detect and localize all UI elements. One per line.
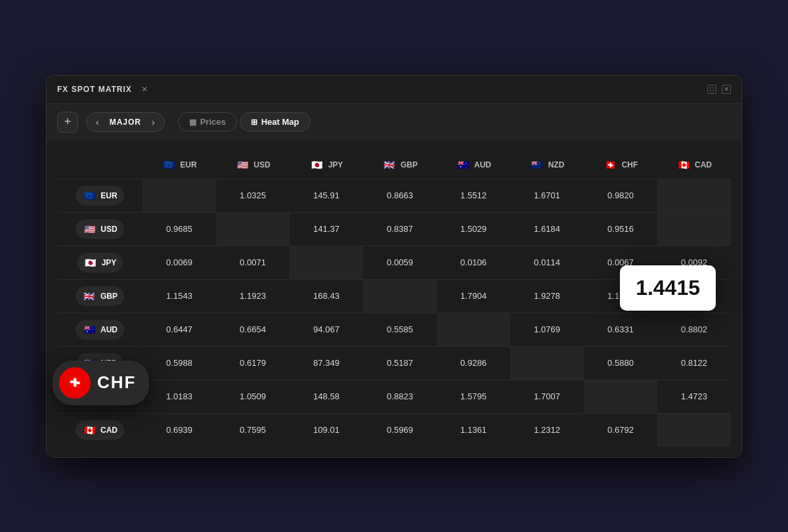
tooltip-popup: 1.4415 (620, 265, 716, 311)
close-button[interactable]: ✕ (722, 85, 731, 94)
cell-gbp-jpy: 168.43 (290, 279, 363, 313)
row-header-gbp: 🇬🇧 GBP (57, 279, 142, 313)
cell-gbp-eur: 1.1543 (142, 279, 216, 313)
cell-nzd-aud: 0.9286 (437, 346, 510, 380)
table-row: 🇨🇭 CHF1.01831.0509148.580.88231.57951.70… (57, 380, 731, 413)
cell-aud-jpy: 94.067 (290, 313, 363, 346)
nav-next-button[interactable]: › (148, 116, 159, 129)
cell-usd-eur: 0.9685 (142, 212, 216, 246)
chf-flag-icon: 🇨🇭 (59, 367, 91, 399)
cell-usd-jpy: 141.37 (290, 212, 363, 246)
cell-cad-usd: 0.7595 (216, 413, 290, 447)
window-title: FX SPOT MATRIX (57, 85, 132, 94)
cell-jpy-aud: 0.0106 (437, 246, 510, 279)
cell-cad-eur: 0.6939 (142, 413, 216, 447)
tab-heatmap[interactable]: ⊞ Heat Map (240, 112, 311, 131)
table-row: 🇳🇿 NZD0.59880.617987.3490.51870.92860.58… (57, 346, 731, 380)
cell-cad-nzd: 1.2312 (510, 413, 584, 447)
cell-chf-nzd: 1.7007 (510, 380, 584, 413)
heatmap-icon: ⊞ (251, 118, 257, 127)
row-header-cad: 🇨🇦 CAD (57, 413, 142, 447)
cell-cad-aud: 1.1361 (437, 413, 510, 447)
add-button[interactable]: + (57, 112, 78, 133)
cell-usd-gbp: 0.8387 (363, 212, 437, 246)
cell-jpy-eur: 0.0069 (142, 246, 216, 279)
cell-aud-cad: 0.8802 (657, 313, 731, 346)
tab-prices-label: Prices (200, 117, 226, 127)
row-header-eur: 🇪🇺 EUR (57, 179, 142, 212)
cell-cad-cad (657, 413, 731, 447)
row-header-usd: 🇺🇸 USD (57, 212, 142, 246)
cell-eur-usd: 1.0325 (216, 179, 290, 212)
nav-label: MAJOR (103, 116, 148, 128)
cell-eur-nzd: 1.6701 (510, 179, 584, 212)
cell-usd-chf: 0.9516 (584, 212, 657, 246)
cell-usd-cad (657, 212, 731, 246)
cell-chf-aud: 1.5795 (437, 380, 510, 413)
cell-eur-chf: 0.9820 (584, 179, 657, 212)
cell-eur-eur (142, 179, 216, 212)
cell-nzd-jpy: 87.349 (290, 346, 363, 380)
cell-gbp-aud: 1.7904 (437, 279, 510, 313)
table-row: 🇨🇦 CAD0.69390.7595109.010.59691.13611.23… (57, 413, 731, 447)
cell-eur-gbp: 0.8663 (363, 179, 437, 212)
col-header-nzd: 🇳🇿 NZD (510, 151, 584, 179)
cell-aud-chf: 0.6331 (584, 313, 657, 346)
cell-chf-eur: 1.0183 (142, 380, 216, 413)
cell-nzd-eur: 0.5988 (142, 346, 216, 380)
toolbar: + ‹ MAJOR › ▦ Prices ⊞ Heat Map (47, 104, 741, 141)
cell-cad-gbp: 0.5969 (363, 413, 437, 447)
nav-group: ‹ MAJOR › (86, 112, 165, 132)
nav-prev-button[interactable]: ‹ (92, 116, 103, 129)
cell-jpy-usd: 0.0071 (216, 246, 290, 279)
col-header-eur: 🇪🇺 EUR (142, 151, 216, 179)
cell-nzd-gbp: 0.5187 (363, 346, 437, 380)
cell-chf-gbp: 0.8823 (363, 380, 437, 413)
cell-cad-chf: 0.6792 (584, 413, 657, 447)
table-row: 🇺🇸 USD0.9685141.370.83871.50291.61840.95… (57, 212, 731, 246)
tab-prices[interactable]: ▦ Prices (178, 112, 237, 131)
row-header-jpy: 🇯🇵 JPY (57, 246, 142, 279)
col-header-cad: 🇨🇦 CAD (657, 151, 731, 179)
cell-chf-chf (584, 380, 657, 413)
table-row: 🇪🇺 EUR1.0325145.910.86631.55121.67010.98… (57, 179, 731, 212)
cell-chf-cad: 1.4723 (657, 380, 731, 413)
cell-jpy-nzd: 0.0114 (510, 246, 584, 279)
prices-icon: ▦ (189, 118, 196, 127)
col-header-usd: 🇺🇸 USD (216, 151, 290, 179)
tooltip-value: 1.4415 (636, 276, 700, 299)
row-header-aud: 🇦🇺 AUD (57, 313, 142, 346)
cell-nzd-usd: 0.6179 (216, 346, 290, 380)
minimize-button[interactable]: □ (707, 85, 716, 94)
cell-aud-usd: 0.6654 (216, 313, 290, 346)
chf-label: CHF (97, 372, 136, 393)
cell-aud-nzd: 1.0769 (510, 313, 584, 346)
cell-jpy-gbp: 0.0059 (363, 246, 437, 279)
cell-eur-jpy: 145.91 (290, 179, 363, 212)
cell-chf-usd: 1.0509 (216, 380, 290, 413)
cell-usd-nzd: 1.6184 (510, 212, 584, 246)
cell-eur-aud: 1.5512 (437, 179, 510, 212)
col-header-jpy: 🇯🇵 JPY (290, 151, 363, 179)
col-header-chf: 🇨🇭 CHF (584, 151, 657, 179)
cell-usd-usd (216, 212, 290, 246)
cell-gbp-gbp (363, 279, 437, 313)
close-tab-button[interactable]: ✕ (139, 83, 150, 95)
cell-jpy-jpy (290, 246, 363, 279)
cell-aud-eur: 0.6447 (142, 313, 216, 346)
cell-aud-aud (437, 313, 510, 346)
col-header-aud: 🇦🇺 AUD (437, 151, 510, 179)
cell-usd-aud: 1.5029 (437, 212, 510, 246)
cell-cad-jpy: 109.01 (290, 413, 363, 447)
cell-chf-jpy: 148.58 (290, 380, 363, 413)
cell-nzd-chf: 0.5880 (584, 346, 657, 380)
table-row: 🇦🇺 AUD0.64470.665494.0670.55851.07690.63… (57, 313, 731, 346)
title-bar: FX SPOT MATRIX ✕ □ ✕ (47, 76, 741, 104)
col-header-gbp: 🇬🇧 GBP (363, 151, 437, 179)
tab-group: ▦ Prices ⊞ Heat Map (178, 112, 311, 131)
cell-aud-gbp: 0.5585 (363, 313, 437, 346)
cell-nzd-nzd (510, 346, 584, 380)
tab-heatmap-label: Heat Map (261, 117, 299, 127)
chf-float-badge: 🇨🇭 CHF (53, 361, 149, 405)
cell-eur-cad (657, 179, 731, 212)
